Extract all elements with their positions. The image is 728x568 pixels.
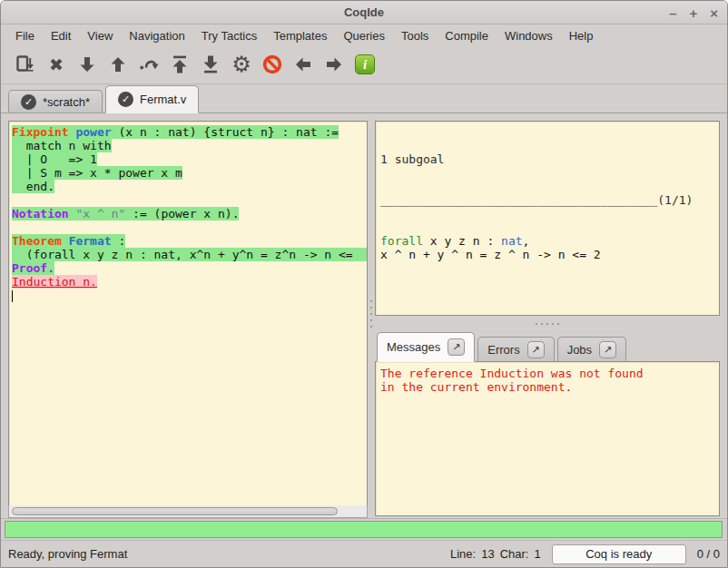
console-tab-label: Messages — [387, 340, 440, 354]
checkmark-icon: ✓ — [118, 92, 133, 107]
code-line: Notation "x ^ n" := (power x n). — [12, 207, 367, 220]
console-tab-errors[interactable]: Errors↗ — [477, 337, 554, 361]
menu-file[interactable]: File — [7, 27, 43, 44]
run-to-end-icon[interactable] — [195, 50, 226, 79]
goal-separator: _______________________________________(… — [380, 193, 715, 207]
code-segment: match n with — [12, 139, 112, 152]
code-segment: (forall x y z n : nat, x^n + y^n = z^n -… — [12, 248, 353, 261]
interrupt-icon[interactable] — [257, 50, 288, 79]
code-segment: end. — [12, 180, 54, 193]
code-segment: Proof. — [12, 261, 54, 275]
code-line: (forall x y z n : nat, x^n + y^n = z^n -… — [12, 248, 367, 261]
menu-help[interactable]: Help — [561, 27, 602, 44]
menu-tools[interactable]: Tools — [393, 27, 437, 44]
toolbar: ✖⚙i — [1, 45, 727, 84]
vertical-splitter[interactable] — [368, 114, 375, 518]
highlight-span: | O => 1 — [12, 152, 97, 166]
next-occurrence-icon[interactable] — [319, 50, 349, 79]
highlight-span: Proof. — [12, 261, 54, 275]
tab--scratch-[interactable]: ✓*scratch* — [8, 90, 103, 113]
goal-text: forall x y z n : nat,x ^ n + y ^ n = z ^… — [380, 234, 715, 261]
status-right: Line: 13 Char: 1 Coq is ready 0 / 0 — [450, 544, 720, 564]
step-forward-icon[interactable] — [72, 50, 103, 79]
main-content: Fixpoint power (x n : nat) {struct n} : … — [1, 114, 727, 518]
char-value: 1 — [534, 547, 540, 561]
code-segment: | O => 1 — [12, 152, 97, 166]
checkmark-icon: ✓ — [21, 94, 36, 110]
tab-fermat-v[interactable]: ✓Fermat.v — [105, 85, 199, 113]
line-label: Line: — [450, 547, 476, 561]
horizontal-splitter[interactable] — [375, 318, 720, 330]
detach-icon: ↗ — [532, 344, 540, 356]
worker-count: 0 / 0 — [697, 547, 720, 561]
close-icon: × — [710, 5, 718, 21]
code-segment: Fixpoint — [12, 125, 69, 139]
fully-check-icon[interactable]: ⚙ — [226, 50, 257, 79]
code-line: Theorem Fermat : — [12, 234, 367, 248]
restart-icon[interactable] — [164, 50, 195, 79]
console-tab-jobs[interactable]: Jobs↗ — [557, 337, 626, 361]
editor-horizontal-scrollbar[interactable] — [8, 505, 368, 518]
code-segment: (x n : nat) {struct n} : nat := — [112, 125, 339, 139]
goal-counter: (1/1) — [657, 193, 693, 207]
progress-fill — [5, 522, 722, 537]
progress-bar — [5, 521, 723, 538]
code-line — [12, 193, 367, 207]
save-icon[interactable] — [10, 50, 41, 79]
menu-compile[interactable]: Compile — [437, 27, 497, 44]
previous-occurrence-icon[interactable] — [288, 50, 319, 79]
progress-zone — [1, 518, 727, 540]
message-line: The reference Induction was not found — [380, 367, 715, 380]
step-backward-icon[interactable] — [103, 50, 133, 79]
detach-button[interactable]: ↗ — [527, 341, 545, 358]
code-editor[interactable]: Fixpoint power (x n : nat) {struct n} : … — [8, 121, 368, 505]
goal-panel: 1 subgoal ______________________________… — [375, 121, 720, 316]
script-pane: Fixpoint power (x n : nat) {struct n} : … — [8, 121, 368, 518]
subgoal-count: 1 subgoal — [380, 152, 715, 166]
document-tab-bar: ✓*scratch*✓Fermat.v — [1, 84, 727, 113]
about-icon[interactable]: i — [349, 50, 380, 79]
code-segment: forall — [380, 234, 423, 248]
detach-button[interactable]: ↗ — [599, 341, 616, 358]
code-line — [12, 220, 367, 234]
scrollbar-thumb[interactable] — [12, 507, 338, 515]
title-bar[interactable]: CoqIde –+× — [1, 1, 727, 24]
console-tab-messages[interactable]: Messages↗ — [377, 332, 475, 362]
console-tab-bar: Messages↗Errors↗Jobs↗ — [375, 330, 720, 361]
code-line: Fixpoint power (x n : nat) {struct n} : … — [12, 125, 367, 139]
code-segment: : — [112, 234, 126, 248]
menu-windows[interactable]: Windows — [497, 27, 561, 44]
code-segment: Notation — [12, 207, 69, 220]
menu-try-tactics[interactable]: Try Tactics — [193, 27, 265, 44]
code-segment: , — [523, 234, 530, 248]
code-segment: := (power x n). — [125, 207, 239, 220]
menu-view[interactable]: View — [79, 27, 121, 44]
tab-label: *scratch* — [43, 95, 90, 109]
close-buffer-icon[interactable]: ✖ — [41, 50, 72, 79]
text-cursor — [12, 290, 13, 302]
char-label: Char: — [500, 547, 529, 561]
menu-queries[interactable]: Queries — [335, 27, 393, 44]
menu-navigation[interactable]: Navigation — [121, 27, 192, 44]
menu-templates[interactable]: Templates — [265, 27, 335, 44]
console-tab-label: Errors — [487, 343, 519, 357]
close-button[interactable]: × — [710, 6, 718, 20]
code-line: Proof. — [12, 261, 367, 275]
message-line: in the current environment. — [380, 380, 715, 394]
highlight-span: end. — [12, 180, 54, 193]
code-line: Induction n. — [12, 275, 367, 289]
minimize-button[interactable]: – — [669, 6, 676, 20]
menu-bar: FileEditViewNavigationTry TacticsTemplat… — [1, 25, 727, 45]
highlight-span: Notation "x ^ n" := (power x n). — [12, 207, 239, 220]
menu-edit[interactable]: Edit — [43, 27, 79, 44]
messages-panel: The reference Induction was not foundin … — [375, 361, 720, 516]
coqide-window: CoqIde –+× FileEditViewNavigationTry Tac… — [0, 0, 728, 568]
goal-line: forall x y z n : nat, — [380, 234, 715, 248]
go-to-cursor-icon[interactable] — [133, 50, 164, 79]
highlight-span: Theorem Fermat : — [12, 234, 125, 248]
detach-button[interactable]: ↗ — [448, 338, 465, 356]
maximize-button[interactable]: + — [689, 6, 697, 20]
code-segment: nat — [501, 234, 522, 248]
goal-line: x ^ n + y ^ n = z ^ n -> n <= 2 — [380, 248, 715, 261]
code-segment: Induction n. — [12, 275, 97, 289]
